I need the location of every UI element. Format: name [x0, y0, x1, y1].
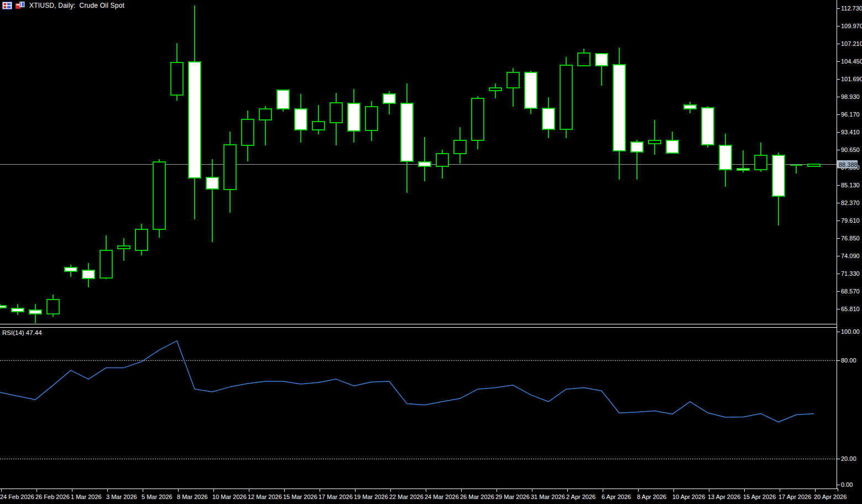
time-axis-label: 17 Mar 2026: [318, 494, 353, 500]
time-axis-label: 24 Feb 2026: [0, 494, 34, 500]
price-axis-label: 90.650: [841, 146, 860, 153]
time-axis-label: 15 Apr 2026: [743, 494, 776, 500]
candle-body-bear: [666, 140, 678, 153]
time-axis-label: 10 Mar 2026: [212, 494, 247, 500]
candle-body-bull: [560, 65, 572, 129]
candle-body-bear: [419, 162, 431, 166]
time-axis-label: 22 Mar 2026: [389, 494, 424, 500]
candle-body-bear: [82, 270, 95, 279]
time-axis-label: 12 Mar 2026: [248, 494, 282, 500]
time-axis-label: 29 Mar 2026: [495, 494, 530, 500]
time-axis-label: 15 Mar 2026: [283, 494, 317, 500]
chart-canvas[interactable]: 112.730109.970107.210104.450101.69098.93…: [0, 0, 862, 504]
candle-body-bull: [118, 246, 130, 249]
time-axis-label: 8 Apr 2026: [637, 494, 666, 500]
time-axis-label: 17 Apr 2026: [779, 494, 811, 500]
rsi-axis-label: 100.00: [841, 328, 860, 335]
candle-body-bear: [684, 105, 696, 109]
time-axis-label: 10 Apr 2026: [672, 494, 705, 500]
candle-body-bull: [259, 109, 271, 120]
time-axis-label: 20 Apr 2026: [814, 494, 847, 500]
candle-body-bull: [171, 62, 183, 95]
price-axis-label: 68.570: [841, 288, 860, 295]
price-axis-label: 107.210: [841, 40, 862, 47]
candle-body-bull: [755, 155, 767, 170]
price-axis-label: 74.090: [841, 253, 860, 259]
price-axis-label: 112.730: [841, 5, 862, 12]
candle-body-bear: [0, 306, 6, 308]
candle-body-bear: [737, 169, 749, 170]
candle-body-bear: [719, 145, 732, 170]
candle-body-bull: [47, 300, 59, 314]
candle-body-bear: [295, 109, 307, 130]
price-axis-label: 76.850: [841, 235, 860, 242]
price-axis-label: 82.370: [841, 200, 860, 206]
candle-body-bear: [277, 90, 289, 109]
time-axis-label: 6 Apr 2026: [602, 494, 631, 500]
candle-body-bull: [472, 98, 484, 140]
rsi-axis-label: 80.00: [841, 357, 856, 364]
rsi-line: [0, 341, 814, 422]
current-price-badge-text: 88.388: [839, 161, 858, 168]
candle-body-bull: [365, 107, 378, 130]
candle-body-bear: [206, 177, 218, 189]
candle-body-bull: [100, 250, 112, 278]
rsi-value: 47.44: [26, 329, 42, 336]
rsi-axis-label: 20.00: [841, 455, 856, 462]
candle-body-bull: [649, 140, 661, 144]
candlestick-chart-icon: [15, 1, 25, 9]
rsi-indicator-label: RSI(14) 47.44: [2, 329, 42, 336]
candle-body-bear: [772, 155, 785, 196]
time-axis-label: 1 Mar 2026: [71, 494, 102, 500]
chart-symbol-title: XTIUSD, Daily: Crude Oil Spot: [28, 2, 124, 9]
time-axis-label: 3 Mar 2026: [106, 494, 137, 500]
price-axis-label: 104.450: [841, 58, 862, 65]
candle-body-bull: [578, 53, 590, 66]
candle-body-bear: [595, 54, 608, 66]
candle-body-bull: [436, 154, 448, 166]
rsi-name: RSI(14): [2, 329, 24, 336]
time-axis-label: 2 Apr 2026: [566, 494, 595, 500]
candle-body-bull: [808, 164, 820, 166]
candle-body-bull: [489, 88, 501, 91]
price-axis-label: 85.130: [841, 182, 860, 188]
chart-title-bar: XTIUSD, Daily: Crude Oil Spot: [2, 1, 124, 9]
time-axis-label: 13 Apr 2026: [708, 494, 740, 500]
candle-body-bear: [401, 103, 413, 161]
candle-body-bear: [525, 72, 537, 108]
candle-body-bull: [507, 72, 519, 88]
candle-body-bear: [348, 103, 360, 131]
chart-list-icon: [2, 2, 12, 9]
price-axis-label: 71.330: [841, 270, 860, 277]
time-axis-label: 24 Mar 2026: [425, 494, 459, 500]
time-axis-label: 26 Feb 2026: [35, 494, 70, 500]
time-axis-label: 5 Mar 2026: [142, 494, 173, 500]
price-axis-label: 98.930: [841, 93, 860, 100]
candle-body-bear: [12, 308, 24, 312]
candle-body-bull: [224, 145, 236, 190]
candle-body-bull: [312, 122, 325, 130]
price-axis-label: 79.610: [841, 217, 860, 224]
candle-body-bear: [542, 108, 555, 129]
candle-body-bull: [135, 229, 148, 250]
candle-body-bear: [613, 65, 625, 151]
candle-body-doji: [790, 165, 802, 166]
candle-body-bear: [29, 310, 41, 314]
time-axis-label: 31 Mar 2026: [531, 494, 565, 500]
price-axis-label: 109.970: [841, 23, 862, 29]
candle-body-bear: [702, 108, 714, 145]
price-axis-label: 93.410: [841, 129, 860, 135]
candle-body-bull: [153, 162, 165, 229]
time-axis-label: 19 Mar 2026: [354, 494, 388, 500]
time-axis-label: 8 Mar 2026: [177, 494, 208, 500]
candle-body-bear: [631, 142, 643, 152]
candle-body-bear: [65, 267, 77, 271]
price-axis-label: 101.690: [841, 76, 862, 82]
price-axis-label: 96.170: [841, 111, 860, 118]
time-axis-label: 26 Mar 2026: [460, 494, 494, 500]
candle-body-bull: [242, 119, 254, 145]
chart-window: 112.730109.970107.210104.450101.69098.93…: [0, 0, 862, 504]
price-axis-label: 65.810: [841, 306, 860, 312]
candle-body-bear: [383, 94, 395, 103]
candle-body-bull: [330, 103, 342, 123]
